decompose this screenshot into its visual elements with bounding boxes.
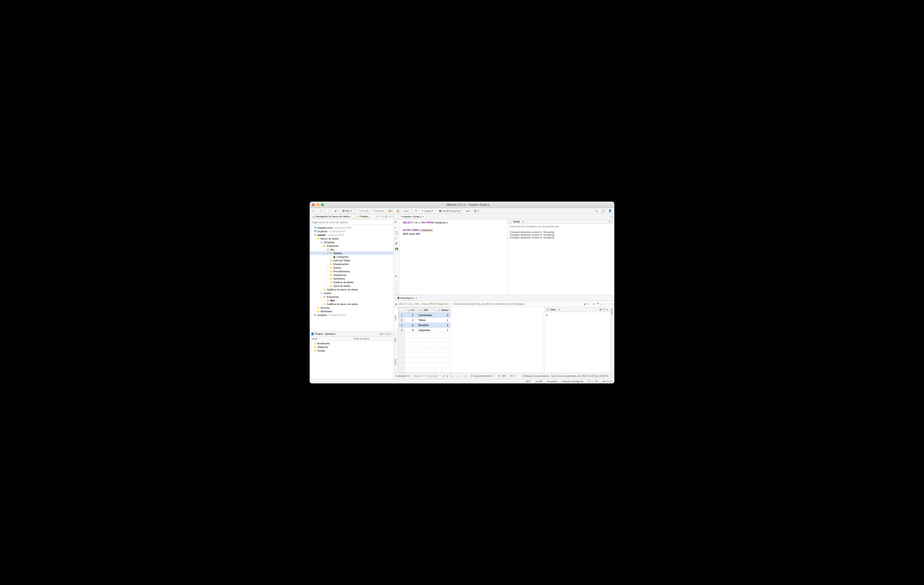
user-icon[interactable]: 👤 [607, 209, 613, 213]
tree-table-categories[interactable]: ›▦Categories [310, 255, 394, 259]
connection-select[interactable]: ⚑ master ▾ [419, 209, 436, 213]
minimize-window-button[interactable] [317, 203, 319, 206]
col-header-id[interactable]: 123 Id▾ [405, 307, 416, 313]
refresh-button[interactable]: ↻ Atualizar ▾ [395, 374, 409, 377]
tx-icon[interactable]: 💾 [395, 247, 399, 251]
tree-synonyms[interactable]: ›📁Sinônimos [310, 277, 394, 280]
table-row[interactable]: 11Camisetas1 [399, 313, 451, 318]
expand-icon[interactable]: ⤢ [450, 303, 452, 305]
tree-databases[interactable]: ⌄📁Banco de dados [310, 237, 394, 241]
prev-page-icon[interactable]: ← [604, 303, 606, 305]
tx-button[interactable]: 🔓▾ [387, 209, 394, 213]
editor-tab-script[interactable]: 📄 *<master> Script-1 × [395, 214, 426, 219]
doc-warn-icon[interactable]: 📄 [395, 286, 399, 289]
auto-commit-badge[interactable]: Auto [402, 209, 411, 213]
tree-db-master[interactable]: ⌄🗄master [310, 292, 394, 295]
nav-forward-icon[interactable]: 🡢 [379, 215, 381, 218]
fetch-size[interactable]: 200 [502, 374, 506, 377]
tree-external-tables[interactable]: ›📁External Tables [310, 259, 394, 262]
sql-button[interactable]: 🗐 SQL ▾ [341, 209, 353, 213]
nav-back-button[interactable]: 🡠 [311, 209, 317, 213]
execute-script-icon[interactable]: ▸₊ [395, 226, 399, 229]
project-diagrams[interactable]: ›📁Diagrams [310, 345, 394, 349]
dup-row-icon[interactable]: ⊞ [446, 375, 448, 377]
results-grid[interactable]: 123 Id▾ ABC Title▾ 123 Status▾ 11Camiset… [398, 307, 544, 373]
settings-icon[interactable]: ⚙ [395, 275, 399, 278]
copy-icon[interactable]: 📋 [602, 308, 605, 311]
project-bookmarks[interactable]: ›📁Bookmarks [310, 341, 394, 345]
close-icon[interactable]: × [335, 333, 336, 335]
first-icon[interactable]: |‹ [457, 375, 458, 377]
project-scripts[interactable]: ›📁Scripts [310, 349, 394, 353]
funnel-icon[interactable]: ⧩▾ [597, 303, 599, 305]
close-icon[interactable]: × [416, 297, 417, 299]
add-icon[interactable]: ＋ [384, 332, 386, 335]
settings-icon[interactable]: ⚙ [606, 308, 608, 311]
home-icon[interactable]: 🏠 ▾ [472, 209, 480, 213]
maximize-icon[interactable]: □ [612, 215, 614, 218]
tree-administer[interactable]: ›📁Administer [310, 310, 394, 313]
cloud-icon[interactable]: ☁ ▾ [464, 209, 472, 213]
results-filter-input[interactable] [454, 303, 583, 305]
execute-plan-icon[interactable]: 📋 [395, 231, 399, 235]
prev-icon[interactable]: ‹ [460, 375, 460, 377]
panels-toggle[interactable]: Painéis [610, 307, 614, 316]
tree-sequences[interactable]: ›📁Sequências [310, 273, 394, 277]
next-icon[interactable]: › [462, 375, 463, 377]
tab-db-navigator[interactable]: 📊 Navegador de banco de dados × [310, 214, 353, 218]
table-row[interactable]: 44Jaquetas1 [399, 328, 451, 333]
tree-schemas[interactable]: ⌄📂Esquemas [310, 244, 394, 248]
settings-icon[interactable]: ⚙▾ [379, 333, 383, 335]
schema-select[interactable]: 📦 dbo@Shopping ▾ [437, 209, 464, 213]
tree-db-triggers[interactable]: 📁Gatilhos do banco de dados [310, 288, 394, 292]
last-page-icon[interactable]: ⇥ [611, 303, 613, 305]
link-icon[interactable]: 🔗 [386, 333, 389, 335]
tree-tables[interactable]: ⌄📂Tabelas [310, 251, 394, 255]
close-icon[interactable]: × [350, 215, 352, 218]
cancel-button[interactable]: ⊘ Cancelar [425, 374, 438, 377]
grid-icon[interactable]: ▦ [599, 308, 601, 311]
apply-filter-icon[interactable]: ▶ [584, 303, 586, 305]
vtab-text[interactable]: Texto [394, 329, 398, 351]
commit-button[interactable]: ✓ Commit [356, 209, 370, 213]
del-row-icon[interactable]: ⊟ [450, 375, 452, 377]
maximize-icon[interactable]: □ [391, 333, 392, 335]
col-header-status[interactable]: 123 Status▾ [435, 307, 451, 313]
tree-security[interactable]: ›📁Security [310, 306, 394, 310]
tree-views[interactable]: ›📁Visualizações [310, 262, 394, 266]
tree-table-triggers[interactable]: ›📁Gatilhos da tabela [310, 280, 394, 284]
minimize-icon[interactable]: ▭ [388, 215, 390, 218]
tree-schemas-2[interactable]: ⌄📂Esquemas [310, 295, 394, 298]
collapse-icon[interactable]: ≡ [383, 215, 384, 218]
tree-indexes[interactable]: ›📁Índices [310, 266, 394, 270]
tree-dbo-2[interactable]: ›📋dbo [310, 298, 394, 302]
maximize-icon[interactable]: □ [391, 215, 393, 218]
export-button[interactable]: ⬇ Exportar dados ▾ [471, 374, 493, 377]
table-row[interactable]: 33Blusões1 [399, 323, 451, 328]
close-icon[interactable]: × [558, 308, 559, 311]
add-row-icon[interactable]: ⇄ [443, 375, 444, 377]
results-tab[interactable]: ▦ Resultados 1 × [395, 296, 419, 300]
refresh-icon[interactable]: ↻ [414, 209, 419, 213]
sql-editor[interactable]: ◦SELECT c.Id, c.Title FROM Categories c … [400, 219, 508, 295]
close-icon[interactable]: × [522, 220, 524, 223]
tab-projects[interactable]: 📁 Projetos [355, 214, 370, 218]
new-conn-button[interactable]: 📄 [327, 209, 333, 213]
execute-icon[interactable]: ▶ [395, 220, 399, 224]
clipboard-icon[interactable]: 📋 [600, 209, 606, 213]
minimize-icon[interactable]: ▭ [610, 215, 612, 218]
tree-data-types[interactable]: ›📁Tipos de dados [310, 284, 394, 288]
nav-back-icon[interactable]: 🡠 [376, 215, 378, 218]
next-page-icon[interactable]: → [607, 303, 610, 305]
first-page-icon[interactable]: ⇤ [601, 303, 602, 305]
stop-button[interactable]: ■ [333, 209, 338, 213]
vtab-grid[interactable]: Grade [394, 307, 398, 329]
output-filter-input[interactable] [508, 225, 614, 228]
warning-icon[interactable]: ⚠ [395, 237, 399, 240]
rollback-button[interactable]: ↶ Rollback [371, 209, 386, 213]
doc-add-icon[interactable]: 📄 [395, 291, 399, 295]
log-icon[interactable]: 📄 [610, 375, 613, 377]
col-header-title[interactable]: ABC Title▾ [416, 307, 435, 313]
corner-header[interactable] [399, 307, 405, 313]
tree-conn-etiqueta[interactable]: ›🐬etiqueta-certa - localhost:3306 [310, 226, 394, 229]
